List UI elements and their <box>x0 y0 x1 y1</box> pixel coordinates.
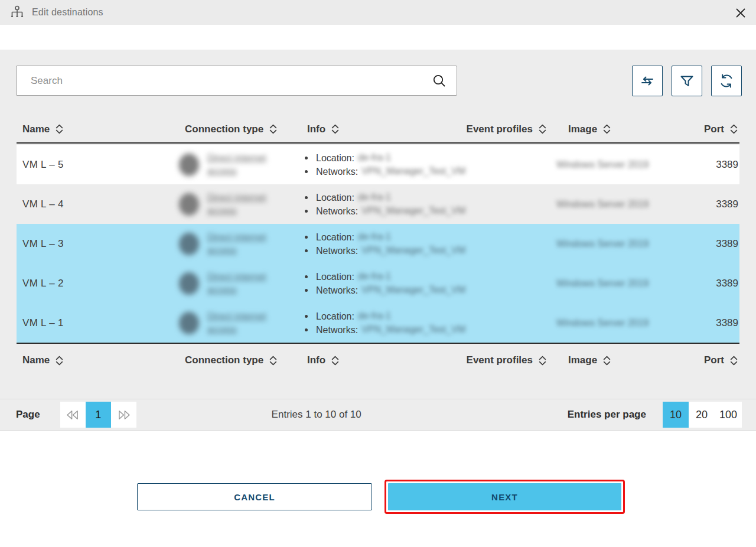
column-header-image[interactable]: Image <box>549 123 685 135</box>
close-icon <box>735 7 747 19</box>
table-row[interactable]: VM L – 4 Direct internet access Location… <box>17 184 739 224</box>
search-icon[interactable] <box>432 73 447 89</box>
row-info: Location:de-fra-1 Networks:VPN_Manager_T… <box>301 270 444 297</box>
row-image: Windows Server 2019 <box>549 198 685 211</box>
row-port: 3389 <box>685 238 739 250</box>
column-header-connection-type[interactable]: Connection type <box>179 123 301 135</box>
next-button[interactable]: NEXT <box>388 483 621 510</box>
sort-icon[interactable] <box>55 356 64 366</box>
refresh-sync-icon <box>718 73 735 89</box>
column-header-event-profiles[interactable]: Event profiles <box>444 354 549 366</box>
networks-label: Networks: <box>316 165 358 178</box>
row-connection-type: Direct internet access <box>179 310 301 336</box>
column-header-port[interactable]: Port <box>685 123 739 135</box>
location-label: Location: <box>316 230 354 244</box>
image-value: Windows Server 2019 <box>556 158 649 171</box>
sort-icon[interactable] <box>729 124 738 134</box>
bullet-dot <box>305 210 308 213</box>
sort-icon[interactable] <box>538 124 547 134</box>
connection-type-link[interactable]: Direct internet access <box>207 271 284 296</box>
column-header-event-profiles[interactable]: Event profiles <box>444 123 549 135</box>
sort-icon[interactable] <box>269 124 278 134</box>
sort-icon[interactable] <box>729 356 738 366</box>
column-header-name[interactable]: Name <box>17 123 179 135</box>
networks-label: Networks: <box>316 323 358 337</box>
connection-type-link[interactable]: Direct internet access <box>207 310 284 336</box>
column-label: Event profiles <box>467 354 533 366</box>
bullet-dot <box>305 249 308 252</box>
table-header: Name Connection type Info Event profiles… <box>17 116 739 144</box>
row-connection-type: Direct internet access <box>179 191 301 217</box>
row-name: VM L – 4 <box>17 198 179 210</box>
connection-type-icon <box>179 193 199 216</box>
column-header-info[interactable]: Info <box>301 123 444 135</box>
connection-type-link[interactable]: Direct internet access <box>207 152 284 177</box>
table-footer-header: Name Connection type Info Event profiles… <box>17 343 739 377</box>
networks-value: VPN_Manager_Test_VM <box>361 244 465 257</box>
column-label: Name <box>22 354 50 366</box>
row-info: Location:de-fra-1 Networks:VPN_Manager_T… <box>301 230 444 258</box>
table-row[interactable]: VM L – 1 Direct internet access Location… <box>17 303 739 343</box>
location-label: Location: <box>316 191 354 204</box>
page-label: Page <box>16 409 40 421</box>
row-image: Windows Server 2019 <box>549 158 685 171</box>
sort-icon[interactable] <box>602 124 611 134</box>
close-button[interactable] <box>731 4 750 22</box>
sort-icon[interactable] <box>538 356 547 366</box>
refresh-button[interactable] <box>711 66 742 96</box>
column-label: Port <box>704 123 724 135</box>
filter-button[interactable] <box>672 66 702 96</box>
column-header-port[interactable]: Port <box>685 354 739 366</box>
sort-icon[interactable] <box>602 356 611 366</box>
swap-destinations-button[interactable] <box>632 66 663 96</box>
column-label: Connection type <box>185 354 263 366</box>
row-name: VM L – 3 <box>17 238 179 250</box>
location-value: de-fra-1 <box>358 230 391 243</box>
current-page-button[interactable]: 1 <box>86 402 111 428</box>
cancel-button[interactable]: CANCEL <box>137 483 372 510</box>
column-label: Image <box>568 123 597 135</box>
page-size-20[interactable]: 20 <box>689 402 715 428</box>
table-row[interactable]: VM L – 2 Direct internet access Location… <box>17 263 739 303</box>
sort-icon[interactable] <box>55 124 64 134</box>
networks-value: VPN_Manager_Test_VM <box>361 323 465 336</box>
column-label: Port <box>704 354 724 366</box>
sort-icon[interactable] <box>269 356 278 366</box>
search-input[interactable] <box>17 75 432 87</box>
table-body: VM L – 5 Direct internet access Location… <box>17 145 739 343</box>
column-header-name[interactable]: Name <box>17 354 179 366</box>
location-label: Location: <box>316 310 354 323</box>
column-header-connection-type[interactable]: Connection type <box>179 354 301 366</box>
row-name: VM L – 5 <box>17 159 179 171</box>
row-image: Windows Server 2019 <box>549 317 685 330</box>
networks-value: VPN_Manager_Test_VM <box>361 284 465 297</box>
table-row[interactable]: VM L – 5 Direct internet access Location… <box>17 145 739 184</box>
next-page-button[interactable] <box>111 402 136 428</box>
connection-type-link[interactable]: Direct internet access <box>207 231 284 256</box>
row-port: 3389 <box>685 278 739 289</box>
row-image: Windows Server 2019 <box>549 237 685 250</box>
column-label: Name <box>22 123 50 135</box>
connection-type-link[interactable]: Direct internet access <box>207 191 284 217</box>
table-row[interactable]: VM L – 3 Direct internet access Location… <box>17 224 739 263</box>
page-size-100[interactable]: 100 <box>715 402 742 428</box>
entries-per-page-label: Entries per page <box>568 409 646 421</box>
networks-label: Networks: <box>316 244 358 258</box>
row-port: 3389 <box>685 198 739 210</box>
filter-funnel-icon <box>679 73 695 89</box>
column-label: Event profiles <box>467 123 533 135</box>
networks-value: VPN_Manager_Test_VM <box>361 204 465 217</box>
destinations-sitemap-icon <box>9 5 25 20</box>
entries-summary: Entries 1 to 10 of 10 <box>136 409 568 421</box>
column-header-info[interactable]: Info <box>301 354 444 366</box>
column-header-image[interactable]: Image <box>549 354 685 366</box>
bullet-dot <box>305 170 308 173</box>
row-name: VM L – 2 <box>17 278 179 289</box>
sort-icon[interactable] <box>331 124 340 134</box>
connection-type-icon <box>179 154 199 176</box>
location-value: de-fra-1 <box>358 191 391 204</box>
connection-type-icon <box>179 233 199 255</box>
page-size-10[interactable]: 10 <box>663 402 689 428</box>
previous-page-button[interactable] <box>60 402 86 428</box>
sort-icon[interactable] <box>331 356 340 366</box>
